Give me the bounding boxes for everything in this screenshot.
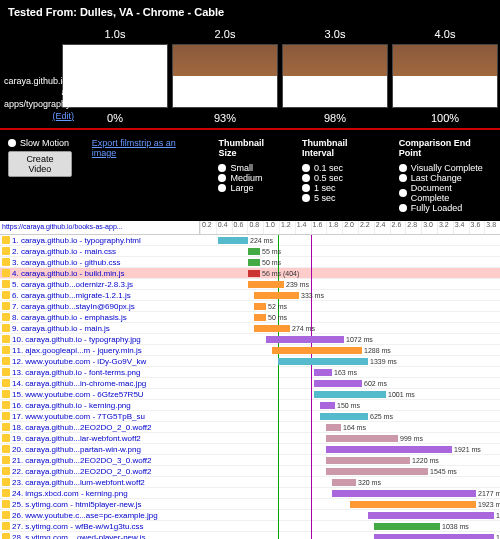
radio-option[interactable]: Visually Complete: [399, 163, 492, 173]
lock-icon: [2, 291, 10, 299]
lock-icon: [2, 390, 10, 398]
lock-icon: [2, 500, 10, 508]
lock-icon: [2, 269, 10, 277]
waterfall-row[interactable]: 9. caraya.github.io - main.js274 ms: [0, 323, 500, 334]
waterfall-row[interactable]: 15. www.youtube.com - 6Gfze57R5U1001 ms: [0, 389, 500, 400]
thumbnail: [282, 44, 388, 108]
lock-icon: [2, 533, 10, 539]
lock-icon: [2, 357, 10, 365]
lock-icon: [2, 423, 10, 431]
lock-icon: [2, 324, 10, 332]
waterfall-row[interactable]: 17. www.youtube.com - 7TG5TpB_su625 ms: [0, 411, 500, 422]
waterfall-row[interactable]: 7. caraya.github...stayIn@690px.js52 ms: [0, 301, 500, 312]
waterfall-row[interactable]: 19. caraya.github...lar-webfont.woff2999…: [0, 433, 500, 444]
waterfall-row[interactable]: 4. caraya.github.io - build.min.js56 ms …: [0, 268, 500, 279]
thumbnail: [392, 44, 498, 108]
waterfall-row[interactable]: 12. www.youtube.com - iDy-Go9V_kw1339 ms: [0, 356, 500, 367]
lock-icon: [2, 280, 10, 288]
lock-icon: [2, 522, 10, 530]
create-video-button[interactable]: Create Video: [8, 151, 72, 177]
thumbnail-interval-group: Thumbnail Interval 0.1 sec0.5 sec1 sec5 …: [302, 138, 379, 203]
waterfall-chart: https://caraya.github.io/books-as-app...…: [0, 221, 500, 539]
thumbnail-size-group: Thumbnail Size SmallMediumLarge: [218, 138, 281, 193]
lock-icon: [2, 368, 10, 376]
edit-link[interactable]: (Edit): [52, 111, 74, 121]
slow-motion-toggle[interactable]: Slow Motion: [8, 138, 72, 148]
waterfall-row[interactable]: 20. caraya.github...partan-win-w.png1921…: [0, 444, 500, 455]
radio-option[interactable]: Fully Loaded: [399, 203, 492, 213]
waterfall-row[interactable]: 23. caraya.github...lum-webfont.woff2320…: [0, 477, 500, 488]
waterfall-row[interactable]: 28. s.ytimg.com ...owed-player-new.js122…: [0, 532, 500, 539]
filmstrip-frame[interactable]: 4.0s100%: [392, 28, 498, 124]
lock-icon: [2, 434, 10, 442]
lock-icon: [2, 346, 10, 354]
waterfall-row[interactable]: 18. caraya.github...2EO2DO_2_0.woff2164 …: [0, 422, 500, 433]
waterfall-ruler: https://caraya.github.io/books-as-app...…: [0, 221, 500, 235]
radio-option[interactable]: Large: [218, 183, 281, 193]
lock-icon: [2, 335, 10, 343]
waterfall-row[interactable]: 21. caraya.github...2EO2DO_3_0.woff21220…: [0, 455, 500, 466]
waterfall-row[interactable]: 8. caraya.github.io - emphasis.js50 ms: [0, 312, 500, 323]
waterfall-row[interactable]: 6. caraya.github...migrate-1.2.1.js333 m…: [0, 290, 500, 301]
lock-icon: [2, 236, 10, 244]
endpoint-group: Comparison End Point Visually CompleteLa…: [399, 138, 492, 213]
lock-icon: [2, 302, 10, 310]
lock-icon: [2, 379, 10, 387]
radio-option[interactable]: 0.5 sec: [302, 173, 379, 183]
waterfall-row[interactable]: 3. caraya.github.io - github.css50 ms: [0, 257, 500, 268]
waterfall-row[interactable]: 14. caraya.github...in-chrome-mac.jpg602…: [0, 378, 500, 389]
radio-option[interactable]: Document Complete: [399, 183, 492, 203]
filmstrip-frame[interactable]: 3.0s98%: [282, 28, 388, 124]
radio-option[interactable]: 0.1 sec: [302, 163, 379, 173]
filmstrip-frame[interactable]: 2.0s93%: [172, 28, 278, 124]
radio-option[interactable]: 5 sec: [302, 193, 379, 203]
waterfall-row[interactable]: 16. caraya.github.io - kerning.png150 ms: [0, 400, 500, 411]
radio-option[interactable]: 1 sec: [302, 183, 379, 193]
export-filmstrip-link[interactable]: Export filmstrip as an image: [92, 138, 199, 158]
radio-option[interactable]: Medium: [218, 173, 281, 183]
filmstrip-label: 1: caraya.github.io/books-as-apps/typogr…: [4, 64, 74, 122]
waterfall-row[interactable]: 25. s.ytimg.com - html5player-new.js1923…: [0, 499, 500, 510]
lock-icon: [2, 456, 10, 464]
lock-icon: [2, 401, 10, 409]
controls-row: Slow Motion Create Video Export filmstri…: [0, 130, 500, 221]
waterfall-row[interactable]: 13. caraya.github.io - font-terms.png163…: [0, 367, 500, 378]
lock-icon: [2, 511, 10, 519]
thumbnail: [172, 44, 278, 108]
lock-icon: [2, 247, 10, 255]
waterfall-row[interactable]: 2. caraya.github.io - main.css55 ms: [0, 246, 500, 257]
waterfall-row[interactable]: 24. imgs.xbcd.com - kerning.png2177 ms: [0, 488, 500, 499]
lock-icon: [2, 313, 10, 321]
waterfall-row[interactable]: 1. caraya.github.io - typography.html224…: [0, 235, 500, 246]
lock-icon: [2, 467, 10, 475]
waterfall-row[interactable]: 5. caraya.github...odernizr-2.8.3.js239 …: [0, 279, 500, 290]
lock-icon: [2, 412, 10, 420]
waterfall-row[interactable]: 10. caraya.github.io - typography.jpg107…: [0, 334, 500, 345]
lock-icon: [2, 478, 10, 486]
lock-icon: [2, 489, 10, 497]
radio-option[interactable]: Last Change: [399, 173, 492, 183]
radio-option[interactable]: Small: [218, 163, 281, 173]
test-header: Tested From: Dulles, VA - Chrome - Cable: [0, 0, 500, 24]
waterfall-row[interactable]: 26. www.youtube.c...ase=pc-example.jpg19…: [0, 510, 500, 521]
lock-icon: [2, 258, 10, 266]
lock-icon: [2, 445, 10, 453]
waterfall-row[interactable]: 27. s.ytimg.com - wfBe-w/w1g3tu.css1038 …: [0, 521, 500, 532]
waterfall-row[interactable]: 11. ajax.googleapi...m - jquery.min.js12…: [0, 345, 500, 356]
waterfall-row[interactable]: 22. caraya.github...2EO2DO_2_0.woff21545…: [0, 466, 500, 477]
